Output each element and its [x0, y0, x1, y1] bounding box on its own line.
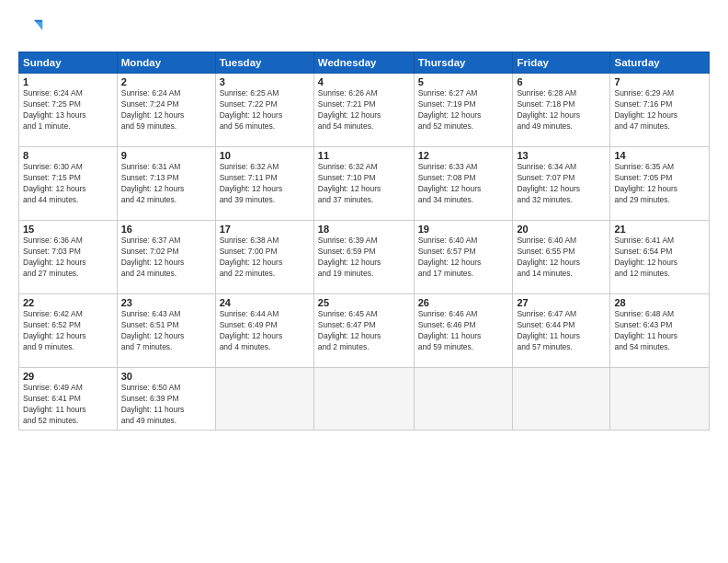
- calendar-cell: 21Sunrise: 6:41 AM Sunset: 6:54 PM Dayli…: [610, 221, 710, 294]
- day-number: 5: [418, 76, 509, 87]
- calendar-cell: [313, 368, 414, 431]
- calendar-cell: 6Sunrise: 6:28 AM Sunset: 7:18 PM Daylig…: [513, 74, 610, 147]
- calendar-cell: 11Sunrise: 6:32 AM Sunset: 7:10 PM Dayli…: [313, 147, 414, 221]
- day-number: 1: [23, 76, 113, 87]
- calendar-week-row: 8Sunrise: 6:30 AM Sunset: 7:15 PM Daylig…: [19, 147, 710, 221]
- calendar-header-row: SundayMondayTuesdayWednesdayThursdayFrid…: [19, 52, 710, 74]
- day-number: 11: [318, 150, 410, 161]
- calendar-cell: 7Sunrise: 6:29 AM Sunset: 7:16 PM Daylig…: [610, 74, 710, 147]
- day-number: 3: [220, 76, 310, 87]
- day-info: Sunrise: 6:26 AM Sunset: 7:21 PM Dayligh…: [318, 88, 410, 132]
- day-info: Sunrise: 6:43 AM Sunset: 6:51 PM Dayligh…: [121, 309, 211, 353]
- calendar-cell: 27Sunrise: 6:47 AM Sunset: 6:44 PM Dayli…: [513, 294, 610, 368]
- day-number: 17: [220, 224, 310, 235]
- calendar-cell: 3Sunrise: 6:25 AM Sunset: 7:22 PM Daylig…: [215, 74, 313, 147]
- calendar-cell: 1Sunrise: 6:24 AM Sunset: 7:25 PM Daylig…: [19, 74, 118, 147]
- day-number: 24: [220, 297, 310, 308]
- day-number: 30: [121, 371, 211, 382]
- column-header-friday: Friday: [513, 52, 610, 74]
- calendar-week-row: 1Sunrise: 6:24 AM Sunset: 7:25 PM Daylig…: [19, 74, 710, 147]
- calendar-cell: 2Sunrise: 6:24 AM Sunset: 7:24 PM Daylig…: [117, 74, 215, 147]
- day-info: Sunrise: 6:25 AM Sunset: 7:22 PM Dayligh…: [220, 88, 310, 132]
- calendar-cell: 26Sunrise: 6:46 AM Sunset: 6:46 PM Dayli…: [414, 294, 513, 368]
- day-number: 27: [517, 297, 606, 308]
- day-info: Sunrise: 6:31 AM Sunset: 7:13 PM Dayligh…: [121, 162, 211, 206]
- header: [18, 17, 710, 42]
- day-info: Sunrise: 6:35 AM Sunset: 7:05 PM Dayligh…: [614, 162, 705, 206]
- day-number: 23: [121, 297, 211, 308]
- day-info: Sunrise: 6:32 AM Sunset: 7:11 PM Dayligh…: [220, 162, 310, 206]
- calendar-cell: 22Sunrise: 6:42 AM Sunset: 6:52 PM Dayli…: [19, 294, 118, 368]
- calendar-cell: 25Sunrise: 6:45 AM Sunset: 6:47 PM Dayli…: [313, 294, 414, 368]
- calendar-cell: 8Sunrise: 6:30 AM Sunset: 7:15 PM Daylig…: [19, 147, 118, 221]
- logo-icon: [18, 17, 44, 42]
- calendar-cell: 4Sunrise: 6:26 AM Sunset: 7:21 PM Daylig…: [313, 74, 414, 147]
- calendar-cell: 5Sunrise: 6:27 AM Sunset: 7:19 PM Daylig…: [414, 74, 513, 147]
- calendar-cell: 10Sunrise: 6:32 AM Sunset: 7:11 PM Dayli…: [215, 147, 313, 221]
- day-info: Sunrise: 6:41 AM Sunset: 6:54 PM Dayligh…: [614, 236, 705, 280]
- column-header-thursday: Thursday: [414, 52, 513, 74]
- day-number: 6: [517, 76, 606, 87]
- day-number: 29: [23, 371, 113, 382]
- calendar-cell: 14Sunrise: 6:35 AM Sunset: 7:05 PM Dayli…: [610, 147, 710, 221]
- day-info: Sunrise: 6:47 AM Sunset: 6:44 PM Dayligh…: [517, 309, 606, 353]
- day-number: 28: [614, 297, 705, 308]
- calendar-cell: 23Sunrise: 6:43 AM Sunset: 6:51 PM Dayli…: [117, 294, 215, 368]
- day-info: Sunrise: 6:44 AM Sunset: 6:49 PM Dayligh…: [220, 309, 310, 353]
- calendar-cell: 15Sunrise: 6:36 AM Sunset: 7:03 PM Dayli…: [19, 221, 118, 294]
- day-info: Sunrise: 6:50 AM Sunset: 6:39 PM Dayligh…: [121, 383, 211, 427]
- calendar-cell: 30Sunrise: 6:50 AM Sunset: 6:39 PM Dayli…: [117, 368, 215, 431]
- calendar-cell: 9Sunrise: 6:31 AM Sunset: 7:13 PM Daylig…: [117, 147, 215, 221]
- calendar-cell: 29Sunrise: 6:49 AM Sunset: 6:41 PM Dayli…: [19, 368, 118, 431]
- calendar-week-row: 15Sunrise: 6:36 AM Sunset: 7:03 PM Dayli…: [19, 221, 710, 294]
- calendar-cell: 28Sunrise: 6:48 AM Sunset: 6:43 PM Dayli…: [610, 294, 710, 368]
- column-header-monday: Monday: [117, 52, 215, 74]
- day-number: 9: [121, 150, 211, 161]
- day-info: Sunrise: 6:29 AM Sunset: 7:16 PM Dayligh…: [614, 88, 705, 132]
- calendar-cell: 12Sunrise: 6:33 AM Sunset: 7:08 PM Dayli…: [414, 147, 513, 221]
- day-info: Sunrise: 6:39 AM Sunset: 6:59 PM Dayligh…: [318, 236, 410, 280]
- day-number: 13: [517, 150, 606, 161]
- calendar-cell: 19Sunrise: 6:40 AM Sunset: 6:57 PM Dayli…: [414, 221, 513, 294]
- calendar-cell: 17Sunrise: 6:38 AM Sunset: 7:00 PM Dayli…: [215, 221, 313, 294]
- calendar-cell: 13Sunrise: 6:34 AM Sunset: 7:07 PM Dayli…: [513, 147, 610, 221]
- calendar-week-row: 22Sunrise: 6:42 AM Sunset: 6:52 PM Dayli…: [19, 294, 710, 368]
- day-number: 15: [23, 224, 113, 235]
- page: SundayMondayTuesdayWednesdayThursdayFrid…: [0, 0, 728, 563]
- day-number: 12: [418, 150, 509, 161]
- day-number: 2: [121, 76, 211, 87]
- calendar-table: SundayMondayTuesdayWednesdayThursdayFrid…: [18, 52, 710, 431]
- calendar-cell: [513, 368, 610, 431]
- calendar-cell: [215, 368, 313, 431]
- day-number: 26: [418, 297, 509, 308]
- calendar-cell: [610, 368, 710, 431]
- column-header-tuesday: Tuesday: [215, 52, 313, 74]
- day-info: Sunrise: 6:37 AM Sunset: 7:02 PM Dayligh…: [121, 236, 211, 280]
- calendar-week-row: 29Sunrise: 6:49 AM Sunset: 6:41 PM Dayli…: [19, 368, 710, 431]
- day-info: Sunrise: 6:40 AM Sunset: 6:57 PM Dayligh…: [418, 236, 509, 280]
- column-header-wednesday: Wednesday: [313, 52, 414, 74]
- day-number: 21: [614, 224, 705, 235]
- day-info: Sunrise: 6:24 AM Sunset: 7:25 PM Dayligh…: [23, 88, 113, 132]
- day-number: 8: [23, 150, 113, 161]
- column-header-saturday: Saturday: [610, 52, 710, 74]
- logo: [18, 17, 48, 42]
- day-info: Sunrise: 6:27 AM Sunset: 7:19 PM Dayligh…: [418, 88, 509, 132]
- day-number: 20: [517, 224, 606, 235]
- day-info: Sunrise: 6:42 AM Sunset: 6:52 PM Dayligh…: [23, 309, 113, 353]
- day-number: 7: [614, 76, 705, 87]
- day-info: Sunrise: 6:28 AM Sunset: 7:18 PM Dayligh…: [517, 88, 606, 132]
- day-info: Sunrise: 6:40 AM Sunset: 6:55 PM Dayligh…: [517, 236, 606, 280]
- day-number: 14: [614, 150, 705, 161]
- column-header-sunday: Sunday: [19, 52, 118, 74]
- calendar-cell: 18Sunrise: 6:39 AM Sunset: 6:59 PM Dayli…: [313, 221, 414, 294]
- day-number: 16: [121, 224, 211, 235]
- day-info: Sunrise: 6:34 AM Sunset: 7:07 PM Dayligh…: [517, 162, 606, 206]
- day-info: Sunrise: 6:30 AM Sunset: 7:15 PM Dayligh…: [23, 162, 113, 206]
- calendar-cell: 24Sunrise: 6:44 AM Sunset: 6:49 PM Dayli…: [215, 294, 313, 368]
- day-info: Sunrise: 6:38 AM Sunset: 7:00 PM Dayligh…: [220, 236, 310, 280]
- day-info: Sunrise: 6:46 AM Sunset: 6:46 PM Dayligh…: [418, 309, 509, 353]
- day-info: Sunrise: 6:49 AM Sunset: 6:41 PM Dayligh…: [23, 383, 113, 427]
- day-info: Sunrise: 6:36 AM Sunset: 7:03 PM Dayligh…: [23, 236, 113, 280]
- day-number: 4: [318, 76, 410, 87]
